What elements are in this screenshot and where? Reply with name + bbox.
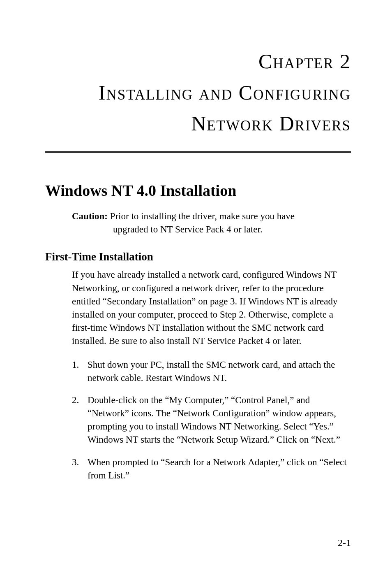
body-paragraph: If you have already installed a network … bbox=[72, 268, 351, 348]
caution-block: Caution: Prior to installing the driver,… bbox=[72, 210, 351, 236]
item-text: When prompted to “Search for a Network A… bbox=[88, 456, 351, 482]
numbered-list: 1. Shut down your PC, install the SMC ne… bbox=[72, 358, 351, 483]
caution-text-line1: Prior to installing the driver, make sur… bbox=[110, 211, 295, 221]
item-number: 1. bbox=[72, 358, 88, 385]
list-item: 2. Double-click on the “My Computer,” “C… bbox=[72, 394, 351, 447]
subsection-heading: First-Time Installation bbox=[45, 251, 351, 263]
chapter-divider bbox=[45, 151, 351, 153]
caution-text-line2: upgraded to NT Service Pack 4 or later. bbox=[113, 223, 351, 236]
chapter-title-line2: Network Drivers bbox=[191, 112, 351, 135]
item-text: Shut down your PC, install the SMC netwo… bbox=[88, 358, 351, 385]
item-text: Double-click on the “My Computer,” “Cont… bbox=[88, 394, 351, 447]
item-number: 2. bbox=[72, 394, 88, 447]
section-heading: Windows NT 4.0 Installation bbox=[45, 181, 351, 200]
chapter-label: Chapter 2 bbox=[45, 49, 351, 73]
caution-label: Caution: bbox=[72, 211, 108, 221]
page-number: 2-1 bbox=[338, 537, 351, 548]
chapter-title: Installing and Configuring Network Drive… bbox=[45, 77, 351, 139]
item-number: 3. bbox=[72, 456, 88, 482]
list-item: 3. When prompted to “Search for a Networ… bbox=[72, 456, 351, 482]
chapter-title-line1: Installing and Configuring bbox=[99, 81, 351, 104]
list-item: 1. Shut down your PC, install the SMC ne… bbox=[72, 358, 351, 385]
